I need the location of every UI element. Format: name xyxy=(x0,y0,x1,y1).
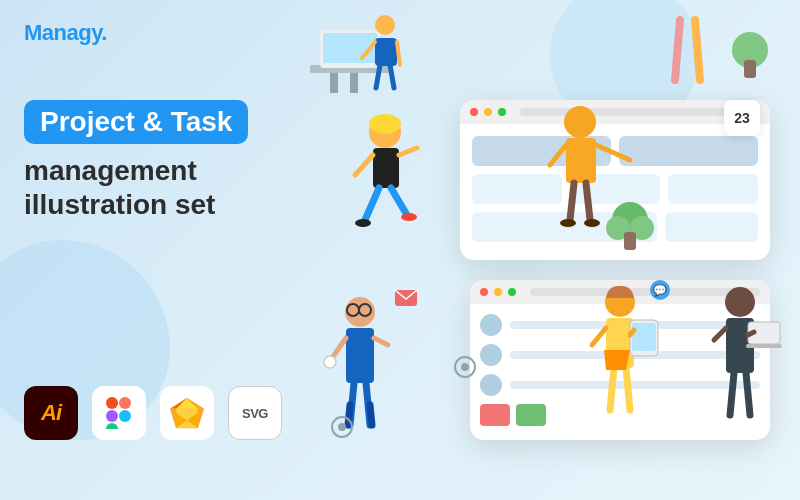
title-line3: illustration set xyxy=(24,189,215,220)
svg-point-82 xyxy=(461,363,469,371)
card-row-2 xyxy=(472,174,758,204)
svg-rect-12 xyxy=(310,65,390,73)
calendar-number: 23 xyxy=(734,110,750,126)
svg-rect-13 xyxy=(330,73,338,93)
svg-point-79 xyxy=(332,417,352,437)
svg-point-48 xyxy=(345,297,375,327)
svg-point-50 xyxy=(359,304,371,316)
icon-sketch xyxy=(160,386,214,440)
svg-rect-15 xyxy=(320,30,380,68)
card-3 xyxy=(472,174,562,204)
card-2 xyxy=(619,136,758,166)
xlsx-icon xyxy=(516,404,546,426)
card-4 xyxy=(570,174,660,204)
svg-point-49 xyxy=(347,304,359,316)
man-cup xyxy=(324,297,388,425)
svg-rect-2 xyxy=(106,410,118,422)
svg-point-35 xyxy=(401,213,417,221)
icon-svg: SVG xyxy=(228,386,282,440)
dot-red xyxy=(470,108,478,116)
dot-green-2 xyxy=(508,288,516,296)
sketch-svg xyxy=(169,397,205,429)
svg-rect-0 xyxy=(106,397,118,409)
svg-line-32 xyxy=(365,188,379,220)
user-line-1 xyxy=(510,321,760,329)
svg-line-56 xyxy=(350,383,354,425)
card-7 xyxy=(665,212,758,242)
svg-line-20 xyxy=(397,42,400,65)
figma-svg xyxy=(106,397,132,429)
dot-red-2 xyxy=(480,288,488,296)
title-line2: management xyxy=(24,155,197,186)
logo-text: Managy. xyxy=(24,20,107,45)
browser-bottom-bar xyxy=(470,280,770,304)
user-line-2 xyxy=(510,351,760,359)
doc-icons-row xyxy=(480,404,760,426)
running-woman xyxy=(355,114,417,227)
user-line-3 xyxy=(510,381,760,389)
svg-rect-26 xyxy=(744,60,756,78)
svg-point-17 xyxy=(375,15,395,35)
svg-label: SVG xyxy=(242,406,268,421)
user-row-2 xyxy=(480,344,760,366)
svg-rect-14 xyxy=(350,73,358,93)
svg-rect-16 xyxy=(323,33,377,63)
svg-rect-76 xyxy=(395,290,417,306)
user-row-1 xyxy=(480,314,760,336)
svg-rect-4 xyxy=(106,423,118,429)
browser-top-content xyxy=(460,124,770,254)
svg-point-80 xyxy=(338,423,346,431)
user-avatar-1 xyxy=(480,314,502,336)
card-row-3 xyxy=(472,212,758,242)
svg-rect-3 xyxy=(119,410,131,422)
svg-point-54 xyxy=(324,356,336,368)
user-row-3 xyxy=(480,374,760,396)
svg-line-19 xyxy=(362,42,375,58)
svg-line-58 xyxy=(348,405,350,425)
dot-yellow xyxy=(484,108,492,116)
svg-line-31 xyxy=(399,148,417,155)
svg-rect-52 xyxy=(346,328,374,383)
logo: Managy. xyxy=(24,20,107,46)
icon-figma xyxy=(92,386,146,440)
svg-line-55 xyxy=(374,338,388,345)
svg-rect-1 xyxy=(119,397,131,409)
svg-line-22 xyxy=(390,65,394,88)
user-avatar-3 xyxy=(480,374,502,396)
svg-line-57 xyxy=(366,383,370,425)
title-highlight: Project & Task xyxy=(24,100,248,144)
svg-point-28 xyxy=(369,114,401,134)
user-avatar-2 xyxy=(480,344,502,366)
title-block: Project & Task management illustration s… xyxy=(24,100,364,221)
icon-ai: Ai xyxy=(24,386,78,440)
card-row-1 xyxy=(472,136,758,166)
svg-line-53 xyxy=(332,338,346,358)
svg-rect-29 xyxy=(373,148,399,188)
card-6 xyxy=(472,212,657,242)
svg-line-33 xyxy=(391,188,407,215)
desk-person-left xyxy=(310,15,400,93)
format-icons-row: Ai SVG xyxy=(24,386,282,440)
card-5 xyxy=(668,174,758,204)
notification-envelope xyxy=(395,290,417,306)
dot-green xyxy=(498,108,506,116)
browser-bottom-mockup xyxy=(470,280,770,440)
svg-rect-18 xyxy=(375,38,397,66)
title-sub: management illustration set xyxy=(24,154,364,221)
card-1 xyxy=(472,136,611,166)
svg-point-25 xyxy=(732,32,768,68)
calendar-badge: 23 xyxy=(724,100,760,136)
pdf-icon xyxy=(480,404,510,426)
dot-yellow-2 xyxy=(494,288,502,296)
svg-point-27 xyxy=(369,116,401,148)
gear-icon-bottom-left xyxy=(332,417,352,437)
svg-line-59 xyxy=(370,405,372,425)
url-bar-2 xyxy=(530,288,760,296)
page-container: Managy. Project & Task management illust… xyxy=(0,0,800,500)
svg-line-21 xyxy=(376,65,380,88)
browser-bottom-content xyxy=(470,304,770,436)
